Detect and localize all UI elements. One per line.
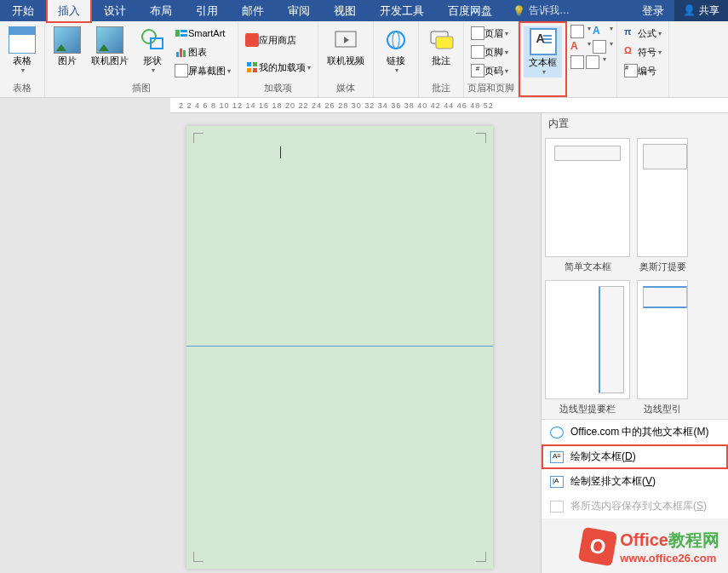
login-button[interactable]: 登录	[632, 3, 674, 19]
document-workspace: 内置 简单文本框 奥斯汀提要 边线型提要栏	[0, 113, 728, 573]
chevron-down-icon: ▾	[21, 66, 25, 74]
gallery-item-border-quote[interactable]: 边线型引	[637, 280, 688, 415]
online-picture-button[interactable]: 联机图片	[86, 25, 134, 68]
svg-rect-4	[181, 34, 187, 37]
textbox-small-icon: A≡	[550, 451, 564, 463]
chart-button[interactable]: 图表	[171, 43, 234, 60]
group-addins-label: 加载项	[242, 81, 314, 95]
tab-start[interactable]: 开始	[0, 0, 46, 21]
tab-baidu[interactable]: 百度网盘	[436, 0, 504, 21]
equation-icon: π	[624, 26, 638, 40]
svg-rect-9	[253, 62, 257, 66]
myaddins-button[interactable]: 我的加载项 ▾	[242, 59, 314, 76]
gallery-item-simple[interactable]: 简单文本框	[545, 138, 630, 273]
svg-point-15	[393, 32, 399, 49]
table-button[interactable]: 表格 ▾	[3, 25, 41, 76]
tab-layout[interactable]: 布局	[138, 0, 184, 21]
menu-draw-vertical[interactable]: |A 绘制竖排文本框(V)	[542, 469, 728, 494]
group-links: 链接 ▾	[374, 21, 419, 97]
chevron-down-icon: ▾	[395, 66, 398, 74]
chevron-down-icon: ▾	[542, 68, 546, 76]
textbox-gallery: 简单文本框 奥斯汀提要 边线型提要栏 边线型引	[542, 135, 728, 419]
watermark-url: www.office26.com	[620, 552, 719, 564]
margin-mark-tr	[476, 133, 486, 143]
online-video-button[interactable]: 联机视频	[322, 25, 370, 68]
watermark: O Office教程网 www.office26.com	[581, 529, 719, 564]
smartart-icon	[175, 26, 188, 40]
gallery-item-austin[interactable]: 奥斯汀提要	[637, 138, 688, 273]
titlebar-right: 登录 👤 共享	[632, 0, 728, 21]
tell-me-search[interactable]: 💡 告诉我…	[513, 3, 570, 18]
menu-office-more-label: Office.com 中的其他文本框(M)	[570, 425, 708, 439]
tab-mail[interactable]: 邮件	[230, 0, 276, 21]
comment-icon	[427, 26, 455, 54]
online-video-label: 联机视频	[327, 55, 364, 66]
wordart-icon[interactable]: A	[593, 25, 606, 38]
svg-rect-10	[247, 68, 251, 72]
comment-button[interactable]: 批注	[422, 25, 460, 68]
number-button[interactable]: # 编号	[621, 62, 665, 79]
equation-button[interactable]: π 公式▾	[621, 25, 665, 42]
tab-insert-highlight: 插入	[46, 0, 92, 23]
picture-label: 图片	[58, 55, 77, 66]
tab-view[interactable]: 视图	[322, 0, 368, 21]
page-number-button[interactable]: # 页码▾	[467, 62, 512, 79]
textbox-button[interactable]: 文本框 ▾	[524, 26, 562, 77]
group-comment: 批注 批注	[419, 21, 464, 97]
group-illustrations: 图片 联机图片 形状 ▾ SmartArt	[45, 21, 238, 97]
tab-design[interactable]: 设计	[92, 0, 138, 21]
footer-icon	[471, 45, 484, 59]
menu-office-more[interactable]: Office.com 中的其他文本框(M)	[542, 420, 728, 444]
shapes-label: 形状	[143, 55, 162, 66]
addins-icon	[245, 60, 259, 74]
smartart-button[interactable]: SmartArt	[171, 25, 234, 42]
margin-mark-br	[476, 552, 486, 562]
hyperlink-button[interactable]: 链接 ▾	[377, 25, 415, 76]
tab-devtools[interactable]: 开发工具	[368, 0, 436, 21]
margin-mark-tl	[193, 133, 203, 143]
group-table: 表格 ▾ 表格	[0, 21, 45, 97]
share-label: 共享	[699, 0, 719, 21]
date-icon[interactable]	[570, 55, 584, 69]
quick-parts-icon[interactable]	[570, 25, 584, 38]
watermark-title: Office教程网	[620, 529, 719, 552]
tab-insert[interactable]: 插入	[48, 0, 90, 21]
share-button[interactable]: 👤 共享	[674, 0, 728, 21]
signature-icon[interactable]	[593, 40, 606, 54]
picture-button[interactable]: 图片	[49, 25, 86, 68]
tab-references[interactable]: 引用	[184, 0, 230, 21]
text-cursor	[280, 146, 281, 158]
tab-review[interactable]: 审阅	[276, 0, 322, 21]
textbox-label: 文本框	[529, 57, 557, 68]
group-hf-label: 页眉和页脚	[467, 81, 514, 95]
footer-button[interactable]: 页脚▾	[467, 43, 512, 60]
footer-label: 页脚	[484, 46, 503, 59]
svg-rect-17	[436, 37, 453, 49]
chevron-down-icon: ▾	[307, 64, 311, 72]
textbox-dropdown: 内置 简单文本框 奥斯汀提要 边线型提要栏	[541, 113, 728, 573]
header-button[interactable]: 页眉▾	[467, 25, 512, 42]
group-table-label: 表格	[3, 81, 41, 95]
thumb-border-sidebar-label: 边线型提要栏	[545, 403, 630, 415]
object-icon[interactable]	[586, 55, 599, 69]
dropcap-icon[interactable]: A	[570, 40, 584, 54]
svg-rect-3	[181, 30, 187, 32]
horizontal-ruler[interactable]: 2 2 4 6 8 10 12 14 16 18 20 22 24 26 28 …	[170, 98, 728, 113]
gallery-item-border-sidebar[interactable]: 边线型提要栏	[545, 280, 630, 415]
store-button[interactable]: 应用商店	[242, 32, 314, 49]
screenshot-button[interactable]: 屏幕截图 ▾	[171, 62, 234, 79]
textbox-icon	[530, 28, 557, 55]
store-icon	[245, 33, 259, 47]
shapes-icon	[139, 26, 166, 54]
dropdown-builtin-header: 内置	[542, 113, 728, 135]
page-number-label: 页码	[484, 65, 503, 77]
thumb-border-quote	[637, 280, 688, 399]
table-icon	[9, 26, 36, 54]
symbol-button[interactable]: Ω 符号▾	[621, 43, 665, 60]
document-page[interactable]	[186, 126, 493, 569]
watermark-logo: O	[578, 527, 617, 566]
menu-draw-textbox[interactable]: A≡ 绘制文本框(D)	[542, 444, 728, 469]
shapes-button[interactable]: 形状 ▾	[134, 25, 171, 76]
table-label: 表格	[13, 55, 32, 66]
tell-me-label: 告诉我…	[529, 3, 570, 18]
